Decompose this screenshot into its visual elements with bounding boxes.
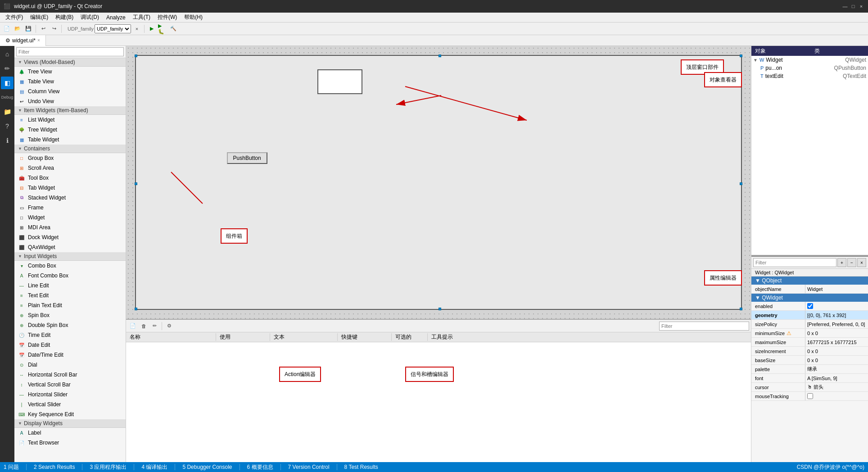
maximize-button[interactable]: □: [850, 3, 856, 9]
prop-filter-close[interactable]: ×: [857, 258, 866, 267]
widget-filter-input[interactable]: [16, 47, 124, 56]
bottom-new-btn[interactable]: 📄: [128, 321, 138, 331]
widget-mdi-area[interactable]: ⊞ MDI Area: [14, 222, 126, 232]
widget-plain-text-edit[interactable]: ≡ Plain Text Edit: [14, 300, 126, 310]
undo-btn[interactable]: ↩: [38, 24, 48, 34]
widget-label[interactable]: A Label: [14, 428, 126, 438]
menu-build[interactable]: 构建(B): [52, 13, 77, 23]
bottom-filter-input[interactable]: [659, 322, 749, 331]
widget-list-widget[interactable]: ≡ List Widget: [14, 115, 126, 125]
bottom-delete-btn[interactable]: 🗑: [139, 321, 149, 331]
widget-key-sequence[interactable]: ⌨ Key Sequence Edit: [14, 409, 126, 419]
bottom-settings-btn[interactable]: ⚙: [164, 321, 174, 331]
status-item-3[interactable]: 3 应用程序输出: [90, 463, 127, 471]
build-btn[interactable]: 🔨: [168, 24, 178, 34]
widget-h-slider[interactable]: — Horizontal Slider: [14, 390, 126, 399]
menu-help[interactable]: 帮助(H): [181, 13, 206, 23]
menu-file[interactable]: 文件(F): [2, 13, 27, 23]
close-button[interactable]: ×: [858, 3, 864, 9]
menu-analyze[interactable]: Analyze: [103, 13, 129, 23]
widget-frame[interactable]: ▭ Frame: [14, 203, 126, 213]
push-button[interactable]: PushButton: [227, 152, 267, 164]
prop-value-minsize[interactable]: 0 x 0: [805, 329, 868, 337]
sidebar-help[interactable]: ?: [1, 120, 14, 132]
widget-group-box[interactable]: □ Group Box: [14, 153, 126, 163]
obj-row-textedit[interactable]: T textEdit QTextEdit: [751, 72, 868, 80]
obj-row-pushbutton[interactable]: P pu...on QPushButton: [751, 64, 868, 72]
widget-double-spin-box[interactable]: ⊕ Double Spin Box: [14, 320, 126, 330]
widget-v-slider[interactable]: | Vertical Slider: [14, 399, 126, 409]
sidebar-debug-label[interactable]: Debug: [1, 91, 14, 104]
prop-value-enabled[interactable]: [805, 302, 868, 310]
prop-value-palette[interactable]: 继承: [805, 365, 868, 373]
widget-tree-view[interactable]: 🌲 Tree View: [14, 67, 126, 77]
status-item-5[interactable]: 5 Debugger Console: [182, 464, 232, 470]
widget-h-scroll[interactable]: ↔ Horizontal Scroll Bar: [14, 370, 126, 380]
widget-tool-box[interactable]: 🧰 Tool Box: [14, 173, 126, 183]
new-btn[interactable]: 📄: [2, 24, 12, 34]
open-btn[interactable]: 📂: [13, 24, 23, 34]
widget-scroll-area[interactable]: ⊞ Scroll Area: [14, 163, 126, 173]
file-tab[interactable]: ⚙ widget.ui* ×: [0, 35, 46, 46]
widget-dial[interactable]: ⊙ Dial: [14, 360, 126, 370]
design-canvas[interactable]: PushButton: [126, 46, 751, 472]
sidebar-welcome[interactable]: ⌂: [1, 48, 14, 60]
widget-text-edit[interactable]: ≡ Text Edit: [14, 290, 126, 300]
prop-value-geometry[interactable]: [{0, 0}, 761 x 392]: [805, 311, 868, 319]
project-selector[interactable]: UDP_family: [95, 24, 131, 33]
white-rect-widget[interactable]: [317, 69, 362, 94]
status-item-7[interactable]: 7 Version Control: [288, 464, 330, 470]
widget-datetime-edit[interactable]: 📅 Date/Time Edit: [14, 350, 126, 360]
obj-row-widget[interactable]: ▼ W Widget QWidget: [751, 56, 868, 64]
sidebar-edit[interactable]: ✏: [1, 62, 14, 75]
status-item-2[interactable]: 2 Search Results: [34, 464, 75, 470]
widget-line-edit[interactable]: — Line Edit: [14, 281, 126, 290]
sidebar-projects[interactable]: 📁: [1, 105, 14, 118]
expand-widget[interactable]: ▼: [753, 58, 758, 63]
widget-table-widget[interactable]: ▦ Table Widget: [14, 135, 126, 145]
widget-undo-view[interactable]: ↩ Undo View: [14, 96, 126, 106]
run-btn[interactable]: ▶: [147, 24, 157, 34]
widget-widget[interactable]: □ Widget: [14, 213, 126, 222]
bottom-edit-btn[interactable]: ✏: [149, 321, 159, 331]
menu-tools[interactable]: 工具(T): [129, 13, 154, 23]
save-btn[interactable]: 💾: [23, 24, 33, 34]
widget-text-browser[interactable]: 📄 Text Browser: [14, 438, 126, 448]
status-item-8[interactable]: 8 Test Results: [344, 464, 378, 470]
sidebar-about[interactable]: ℹ: [1, 134, 14, 147]
prop-value-basesize[interactable]: 0 x 0: [805, 356, 868, 364]
menu-edit[interactable]: 编辑(E): [27, 13, 52, 23]
widget-dock-widget[interactable]: ⬛ Dock Widget: [14, 232, 126, 242]
widget-date-edit[interactable]: 📅 Date Edit: [14, 340, 126, 350]
prop-value-sizeincrement[interactable]: 0 x 0: [805, 347, 868, 355]
redo-btn[interactable]: ↪: [49, 24, 59, 34]
sidebar-design[interactable]: ◧: [1, 77, 14, 89]
widget-column-view[interactable]: ▤ Column View: [14, 86, 126, 96]
widget-qax-widget[interactable]: ⬛ QAxWidget: [14, 242, 126, 252]
prop-filter-minus[interactable]: −: [847, 258, 856, 267]
widget-font-combo-box[interactable]: A Font Combo Box: [14, 271, 126, 281]
prop-value-font[interactable]: A [SimSun, 9]: [805, 374, 868, 382]
widget-table-view[interactable]: ▦ Table View: [14, 77, 126, 86]
status-item-4[interactable]: 4 编译输出: [141, 463, 167, 471]
widget-time-edit[interactable]: 🕐 Time Edit: [14, 330, 126, 340]
status-item-6[interactable]: 6 概要信息: [247, 463, 273, 471]
prop-value-sizepolicy[interactable]: [Preferred, Preferred, 0, 0]: [805, 320, 868, 328]
menu-controls[interactable]: 控件(W): [154, 13, 181, 23]
widget-stacked-widget[interactable]: ⧉ Stacked Widget: [14, 193, 126, 203]
prop-value-cursor[interactable]: 🖱 箭头: [805, 383, 868, 391]
prop-value-maxsize[interactable]: 16777215 x 16777215: [805, 338, 868, 346]
prop-value-objectname[interactable]: Widget: [805, 285, 868, 293]
widget-tab-widget[interactable]: ⊟ Tab Widget: [14, 183, 126, 193]
menu-debug[interactable]: 调试(D): [77, 13, 103, 23]
widget-spin-box[interactable]: ⊕ Spin Box: [14, 310, 126, 320]
close-tab-btn[interactable]: ×: [132, 24, 142, 34]
widget-tree-widget[interactable]: 🌳 Tree Widget: [14, 125, 126, 135]
widget-combo-box[interactable]: ▾ Combo Box: [14, 261, 126, 271]
prop-value-mousetracking[interactable]: [805, 392, 868, 400]
status-item-1[interactable]: 1 问题: [4, 463, 19, 471]
prop-filter-input[interactable]: [753, 258, 836, 267]
prop-filter-plus[interactable]: +: [837, 258, 846, 267]
debug-run-btn[interactable]: ▶🐛: [158, 24, 167, 34]
widget-v-scroll[interactable]: ↕ Vertical Scroll Bar: [14, 380, 126, 390]
